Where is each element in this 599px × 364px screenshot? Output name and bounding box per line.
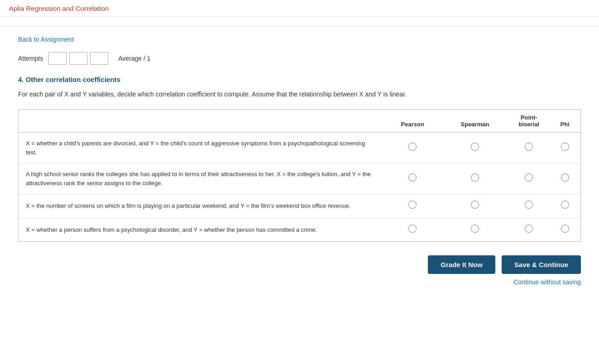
col-header-scenario [19, 110, 384, 133]
scenario-cell-1: X = whether a child’s parents are divorc… [19, 133, 384, 163]
radio-cell-2-pointbiserial[interactable] [508, 163, 549, 194]
col-header-phi: Phi [549, 110, 580, 133]
header-bar: Aplia Regression and Correlation [0, 0, 599, 17]
radio-row4-pointbiserial[interactable] [525, 225, 533, 233]
radio-row1-pearson[interactable] [408, 143, 417, 151]
radio-row3-phi[interactable] [561, 201, 569, 209]
question-instructions: For each pair of X and Y variables, deci… [18, 90, 581, 99]
table-row: A high school senior ranks the colleges … [19, 163, 581, 194]
radio-cell-1-spearman[interactable] [441, 133, 509, 163]
grade-it-now-button[interactable]: Grade It Now [428, 255, 495, 274]
col-header-pointbiserial: Point-biserial [508, 110, 549, 133]
table-row: X = whether a child’s parents are divorc… [19, 133, 581, 163]
actions-row: Grade It Now Save & Continue Continue wi… [18, 255, 581, 286]
radio-row3-spearman[interactable] [471, 201, 479, 209]
back-to-assignment-link[interactable]: Back to Assignment [18, 36, 74, 43]
radio-cell-4-pointbiserial[interactable] [508, 218, 549, 242]
attempts-label: Attempts [18, 55, 43, 62]
radio-row3-pearson[interactable] [408, 201, 417, 209]
radio-row2-phi[interactable] [561, 173, 569, 182]
radio-cell-1-pearson[interactable] [384, 133, 441, 163]
app-title: Aplia Regression and Correlation [9, 5, 109, 12]
radio-cell-3-phi[interactable] [549, 194, 580, 218]
attempt-box-1 [48, 52, 67, 65]
radio-row2-pointbiserial[interactable] [525, 173, 533, 182]
radio-row2-spearman[interactable] [471, 173, 479, 182]
continue-without-saving-link[interactable]: Continue without saving [513, 278, 581, 286]
sub-header [0, 17, 599, 27]
average-text: Average / 1 [118, 55, 150, 62]
attempt-box-2 [69, 52, 87, 65]
table-row: X = whether a person suffers from a psyc… [19, 218, 581, 242]
attempts-row: Attempts Average / 1 [18, 52, 581, 65]
radio-row2-pearson[interactable] [408, 173, 417, 182]
scenario-cell-3: X = the number of screens on which a fil… [19, 194, 384, 218]
radio-cell-2-phi[interactable] [549, 163, 580, 194]
question-title: 4. Other correlation coefficients [18, 76, 581, 83]
main-content: Back to Assignment Attempts Average / 1 … [0, 27, 599, 295]
radio-row4-pearson[interactable] [408, 225, 417, 233]
scenario-cell-2: A high school senior ranks the colleges … [19, 163, 384, 194]
radio-cell-1-pointbiserial[interactable] [508, 133, 549, 163]
radio-cell-2-pearson[interactable] [384, 163, 441, 194]
radio-cell-3-pearson[interactable] [384, 194, 441, 218]
scenario-cell-4: X = whether a person suffers from a psyc… [19, 218, 384, 242]
radio-cell-4-phi[interactable] [549, 218, 580, 242]
radio-row1-phi[interactable] [561, 143, 569, 151]
radio-cell-1-phi[interactable] [549, 133, 580, 163]
radio-row4-spearman[interactable] [471, 225, 479, 233]
save-continue-button[interactable]: Save & Continue [502, 255, 581, 274]
radio-cell-4-pearson[interactable] [384, 218, 441, 242]
radio-cell-3-spearman[interactable] [441, 194, 509, 218]
radio-row4-phi[interactable] [561, 225, 569, 233]
col-header-spearman: Spearman [441, 110, 509, 133]
buttons-row: Grade It Now Save & Continue [428, 255, 581, 274]
radio-cell-3-pointbiserial[interactable] [508, 194, 549, 218]
col-header-pearson: Pearson [384, 110, 441, 133]
attempt-box-3 [90, 52, 108, 65]
radio-row1-spearman[interactable] [471, 143, 479, 151]
table-row: X = the number of screens on which a fil… [19, 194, 581, 218]
radio-cell-4-spearman[interactable] [441, 218, 509, 242]
radio-row3-pointbiserial[interactable] [525, 201, 533, 209]
radio-row1-pointbiserial[interactable] [525, 143, 533, 151]
correlation-table: Pearson Spearman Point-biserial Phi X = … [18, 109, 581, 242]
radio-cell-2-spearman[interactable] [441, 163, 509, 194]
